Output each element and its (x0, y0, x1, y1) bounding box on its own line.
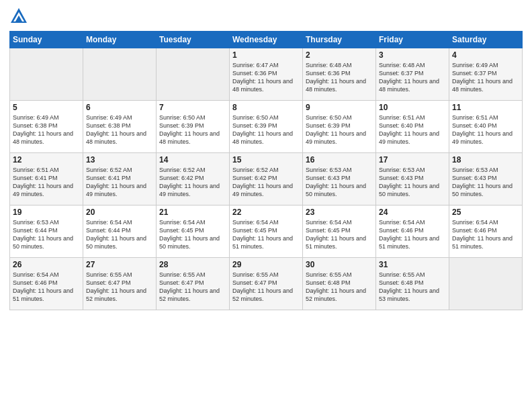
day-info: Sunrise: 6:54 AM Sunset: 6:44 PM Dayligh… (86, 218, 153, 251)
day-cell: 7Sunrise: 6:50 AM Sunset: 6:39 PM Daylig… (157, 101, 230, 153)
day-cell: 17Sunrise: 6:53 AM Sunset: 6:43 PM Dayli… (376, 153, 449, 205)
day-cell: 10Sunrise: 6:51 AM Sunset: 6:40 PM Dayli… (376, 101, 449, 153)
day-cell: 13Sunrise: 6:52 AM Sunset: 6:41 PM Dayli… (83, 153, 157, 205)
day-number: 7 (159, 103, 226, 112)
day-number: 16 (306, 155, 373, 165)
day-cell (157, 48, 230, 101)
day-info: Sunrise: 6:51 AM Sunset: 6:40 PM Dayligh… (452, 113, 519, 146)
header-monday: Monday (83, 32, 157, 48)
day-cell: 21Sunrise: 6:54 AM Sunset: 6:45 PM Dayli… (157, 205, 230, 258)
day-info: Sunrise: 6:50 AM Sunset: 6:39 PM Dayligh… (159, 113, 226, 146)
day-info: Sunrise: 6:50 AM Sunset: 6:39 PM Dayligh… (306, 113, 373, 146)
day-info: Sunrise: 6:54 AM Sunset: 6:45 PM Dayligh… (306, 218, 373, 251)
day-info: Sunrise: 6:49 AM Sunset: 6:38 PM Dayligh… (13, 113, 80, 146)
header-row: SundayMondayTuesdayWednesdayThursdayFrid… (10, 32, 523, 48)
header-thursday: Thursday (303, 32, 376, 48)
day-number: 26 (13, 260, 80, 269)
day-info: Sunrise: 6:54 AM Sunset: 6:46 PM Dayligh… (452, 218, 519, 251)
day-info: Sunrise: 6:54 AM Sunset: 6:46 PM Dayligh… (379, 218, 446, 251)
day-number: 6 (86, 103, 153, 112)
day-number: 30 (306, 260, 373, 269)
day-cell: 30Sunrise: 6:55 AM Sunset: 6:48 PM Dayli… (303, 258, 376, 310)
day-number: 4 (452, 50, 519, 60)
day-cell: 27Sunrise: 6:55 AM Sunset: 6:47 PM Dayli… (83, 258, 157, 310)
day-info: Sunrise: 6:53 AM Sunset: 6:44 PM Dayligh… (13, 218, 80, 251)
day-info: Sunrise: 6:55 AM Sunset: 6:48 PM Dayligh… (379, 271, 446, 304)
day-number: 8 (232, 103, 300, 112)
day-number: 23 (306, 208, 373, 217)
day-cell: 4Sunrise: 6:49 AM Sunset: 6:37 PM Daylig… (449, 48, 523, 101)
header-sunday: Sunday (10, 32, 83, 48)
day-cell: 31Sunrise: 6:55 AM Sunset: 6:48 PM Dayli… (376, 258, 449, 310)
header-friday: Friday (376, 32, 449, 48)
day-cell: 14Sunrise: 6:52 AM Sunset: 6:42 PM Dayli… (157, 153, 230, 205)
day-info: Sunrise: 6:53 AM Sunset: 6:43 PM Dayligh… (452, 166, 519, 199)
day-number: 14 (159, 155, 226, 165)
day-cell (83, 48, 157, 101)
day-number: 5 (13, 103, 80, 112)
day-info: Sunrise: 6:49 AM Sunset: 6:37 PM Dayligh… (452, 61, 519, 94)
day-cell: 6Sunrise: 6:49 AM Sunset: 6:38 PM Daylig… (83, 101, 157, 153)
day-info: Sunrise: 6:52 AM Sunset: 6:41 PM Dayligh… (86, 166, 153, 199)
day-cell: 2Sunrise: 6:48 AM Sunset: 6:36 PM Daylig… (303, 48, 376, 101)
day-info: Sunrise: 6:48 AM Sunset: 6:36 PM Dayligh… (306, 61, 373, 94)
day-number: 31 (379, 260, 446, 269)
day-cell: 22Sunrise: 6:54 AM Sunset: 6:45 PM Dayli… (230, 205, 303, 258)
day-cell: 24Sunrise: 6:54 AM Sunset: 6:46 PM Dayli… (376, 205, 449, 258)
week-row-2: 12Sunrise: 6:51 AM Sunset: 6:41 PM Dayli… (10, 153, 523, 205)
main-container: SundayMondayTuesdayWednesdayThursdayFrid… (0, 0, 532, 317)
logo-icon (9, 7, 28, 26)
day-number: 11 (452, 103, 519, 112)
day-number: 1 (232, 50, 300, 60)
week-row-4: 26Sunrise: 6:54 AM Sunset: 6:46 PM Dayli… (10, 258, 523, 310)
day-number: 13 (86, 155, 153, 165)
day-cell: 15Sunrise: 6:52 AM Sunset: 6:42 PM Dayli… (230, 153, 303, 205)
day-info: Sunrise: 6:55 AM Sunset: 6:47 PM Dayligh… (159, 271, 226, 304)
day-cell: 9Sunrise: 6:50 AM Sunset: 6:39 PM Daylig… (303, 101, 376, 153)
day-number: 21 (159, 208, 226, 217)
day-cell: 3Sunrise: 6:48 AM Sunset: 6:37 PM Daylig… (376, 48, 449, 101)
day-cell: 12Sunrise: 6:51 AM Sunset: 6:41 PM Dayli… (10, 153, 83, 205)
day-cell: 28Sunrise: 6:55 AM Sunset: 6:47 PM Dayli… (157, 258, 230, 310)
day-number: 12 (13, 155, 80, 165)
header (9, 7, 523, 26)
week-row-0: 1Sunrise: 6:47 AM Sunset: 6:36 PM Daylig… (10, 48, 523, 101)
day-number: 2 (306, 50, 373, 60)
day-info: Sunrise: 6:51 AM Sunset: 6:40 PM Dayligh… (379, 113, 446, 146)
day-cell: 23Sunrise: 6:54 AM Sunset: 6:45 PM Dayli… (303, 205, 376, 258)
header-saturday: Saturday (449, 32, 523, 48)
week-row-3: 19Sunrise: 6:53 AM Sunset: 6:44 PM Dayli… (10, 205, 523, 258)
day-cell: 5Sunrise: 6:49 AM Sunset: 6:38 PM Daylig… (10, 101, 83, 153)
header-wednesday: Wednesday (230, 32, 303, 48)
day-info: Sunrise: 6:52 AM Sunset: 6:42 PM Dayligh… (232, 166, 300, 199)
day-cell (449, 258, 523, 310)
day-number: 19 (13, 208, 80, 217)
day-number: 20 (86, 208, 153, 217)
day-info: Sunrise: 6:52 AM Sunset: 6:42 PM Dayligh… (159, 166, 226, 199)
day-cell: 16Sunrise: 6:53 AM Sunset: 6:43 PM Dayli… (303, 153, 376, 205)
day-cell: 18Sunrise: 6:53 AM Sunset: 6:43 PM Dayli… (449, 153, 523, 205)
day-number: 24 (379, 208, 446, 217)
day-info: Sunrise: 6:55 AM Sunset: 6:47 PM Dayligh… (232, 271, 300, 304)
day-number: 25 (452, 208, 519, 217)
day-number: 15 (232, 155, 300, 165)
day-number: 27 (86, 260, 153, 269)
day-info: Sunrise: 6:55 AM Sunset: 6:48 PM Dayligh… (306, 271, 373, 304)
week-row-1: 5Sunrise: 6:49 AM Sunset: 6:38 PM Daylig… (10, 101, 523, 153)
day-info: Sunrise: 6:47 AM Sunset: 6:36 PM Dayligh… (232, 61, 300, 94)
day-number: 29 (232, 260, 300, 269)
logo (9, 7, 31, 26)
calendar-table: SundayMondayTuesdayWednesdayThursdayFrid… (9, 31, 523, 310)
day-info: Sunrise: 6:54 AM Sunset: 6:45 PM Dayligh… (159, 218, 226, 251)
day-info: Sunrise: 6:50 AM Sunset: 6:39 PM Dayligh… (232, 113, 300, 146)
day-number: 22 (232, 208, 300, 217)
day-cell: 1Sunrise: 6:47 AM Sunset: 6:36 PM Daylig… (230, 48, 303, 101)
day-info: Sunrise: 6:51 AM Sunset: 6:41 PM Dayligh… (13, 166, 80, 199)
day-cell (10, 48, 83, 101)
day-info: Sunrise: 6:54 AM Sunset: 6:45 PM Dayligh… (232, 218, 300, 251)
day-info: Sunrise: 6:49 AM Sunset: 6:38 PM Dayligh… (86, 113, 153, 146)
day-number: 28 (159, 260, 226, 269)
day-info: Sunrise: 6:55 AM Sunset: 6:47 PM Dayligh… (86, 271, 153, 304)
day-number: 10 (379, 103, 446, 112)
day-cell: 8Sunrise: 6:50 AM Sunset: 6:39 PM Daylig… (230, 101, 303, 153)
